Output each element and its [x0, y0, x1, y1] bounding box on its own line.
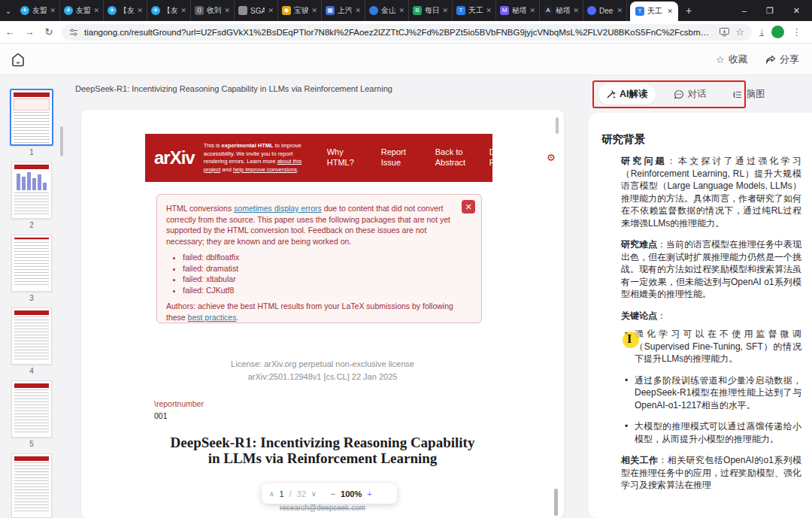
tab-chat[interactable]: 对话 — [666, 84, 714, 105]
thumb-bar — [17, 174, 20, 190]
arxiv-logo[interactable]: arXiv — [154, 147, 195, 168]
thumb-decor — [14, 317, 49, 360]
tab-close-icon[interactable]: ✕ — [573, 7, 579, 14]
forward-button[interactable]: → — [20, 26, 39, 38]
browser-tab[interactable]: ▦上汽✕ — [322, 0, 365, 21]
browser-tab[interactable]: Dee✕ — [583, 0, 627, 21]
downloads-icon[interactable]: ↓ — [759, 28, 764, 36]
browser-tab[interactable]: A秘塔✕ — [540, 0, 583, 21]
tab-ai-interpret[interactable]: AI解读 — [598, 84, 656, 105]
improve-conversions-link[interactable]: help improve conversions — [233, 166, 297, 173]
browser-tab[interactable]: ✈友盟✕ — [17, 0, 60, 21]
report-issue-link[interactable]: Report Issue — [381, 147, 425, 168]
window-minimize-button[interactable]: – — [742, 6, 747, 15]
best-practices-link[interactable]: best practices — [188, 313, 237, 322]
tab-overflow-chevron-icon[interactable]: ⌄ — [0, 7, 17, 15]
thumbnail-scrollbar[interactable] — [60, 126, 63, 156]
tab-close-icon[interactable]: ✕ — [486, 7, 492, 14]
zoom-out-button[interactable]: − — [331, 489, 335, 498]
send-to-device-icon[interactable] — [720, 28, 729, 36]
tab-close-icon[interactable]: ✕ — [529, 7, 535, 14]
tab-close-icon[interactable]: ✕ — [355, 7, 361, 14]
thumb-bar — [27, 172, 31, 190]
thumbnail-page-number: 3 — [11, 294, 52, 302]
browser-tab[interactable]: SGA✕ — [235, 0, 278, 21]
thumb-decor — [14, 310, 49, 315]
share-button[interactable]: 分享 — [765, 53, 799, 66]
browser-menu-icon[interactable]: ⋮ — [792, 26, 801, 38]
zoom-in-button[interactable]: + — [367, 489, 371, 498]
page-thumbnail-3[interactable] — [11, 235, 52, 292]
tab-close-icon[interactable]: ✕ — [50, 7, 56, 14]
active-browser-tab[interactable]: T天工✕ — [630, 2, 678, 21]
page-thumbnail-1[interactable] — [10, 89, 53, 146]
why-html-link[interactable]: Why HTML? — [327, 147, 371, 168]
tab-label: 金山 — [381, 5, 395, 16]
tab-close-icon[interactable]: ✕ — [667, 8, 673, 15]
favorite-label: 收藏 — [729, 53, 748, 66]
url-input[interactable]: tiangong.cn/resultGround?url=U2FsdGVkX1%… — [62, 24, 752, 41]
new-tab-button[interactable]: + — [686, 5, 692, 17]
tab-close-icon[interactable]: ✕ — [398, 7, 404, 14]
thumb-decor — [14, 238, 49, 287]
deepseek-favicon-icon — [587, 6, 596, 15]
thumb-bar — [32, 178, 36, 190]
page-up-icon[interactable]: ∧ — [269, 490, 274, 498]
tab-label: 天工 — [647, 6, 664, 17]
browser-tab[interactable]: M秘塔✕ — [496, 0, 540, 21]
page-thumbnail-4[interactable] — [11, 307, 52, 365]
tab-close-icon[interactable]: ✕ — [137, 7, 143, 14]
tab-close-icon[interactable]: ✕ — [180, 7, 186, 14]
download-pdf-link[interactable]: Download PDF — [489, 147, 533, 168]
browser-tab[interactable]: ✈【友✕ — [147, 0, 191, 21]
tab-label: 秘塔 — [556, 5, 570, 16]
tab-close-icon[interactable]: ✕ — [617, 7, 623, 14]
telegram-favicon-icon: ✈ — [151, 6, 160, 15]
browser-tab[interactable]: ✈【友✕ — [104, 0, 147, 21]
thumb-bar — [22, 177, 26, 190]
browser-tab[interactable]: ⟨⟩收到✕ — [191, 0, 235, 21]
browser-tab[interactable]: T天工✕ — [453, 0, 496, 21]
window-close-button[interactable]: ✕ — [793, 6, 800, 16]
back-to-abstract-link[interactable]: Back to Abstract — [435, 147, 479, 168]
site-settings-tune-icon[interactable] — [69, 28, 78, 37]
browser-tab[interactable]: ✈友盟✕ — [60, 0, 104, 21]
display-errors-link[interactable]: sometimes display errors — [234, 204, 322, 213]
page-down-icon[interactable]: ∨ — [311, 490, 317, 498]
failed-package-item: failed: xltabular — [183, 274, 459, 285]
tab-close-icon[interactable]: ✕ — [224, 7, 230, 14]
page-thumbnail-6[interactable] — [11, 453, 52, 518]
sga-favicon-icon — [238, 6, 247, 15]
pager-toolbar: ∧ 1 / 32 ∨ − 100% + — [262, 483, 397, 504]
page-thumbnail-5[interactable] — [11, 380, 52, 438]
telegram-favicon-icon: ✈ — [20, 6, 29, 15]
warning-close-icon[interactable]: ✕ — [462, 200, 475, 214]
browser-tab[interactable]: B每日✕ — [409, 0, 453, 21]
window-restore-button[interactable]: ❐ — [766, 6, 774, 16]
reload-button[interactable]: ↻ — [39, 26, 59, 38]
back-button[interactable]: ← — [0, 26, 20, 38]
failed-package-item: failed: dramatist — [183, 263, 459, 274]
browser-tab[interactable]: 金山✕ — [365, 0, 409, 21]
tab-mindmap[interactable]: 脑图 — [725, 84, 773, 105]
kingsoft-favicon-icon — [369, 6, 378, 15]
browser-tab-strip: ⌄ ✈友盟✕ ✈友盟✕ ✈【友✕ ✈【友✕ ⟨⟩收到✕ SGA✕ ◆宝骏✕ ▦上… — [0, 0, 812, 21]
tab-close-icon[interactable]: ✕ — [311, 7, 317, 14]
settings-gear-icon[interactable]: ⚙ — [544, 150, 559, 165]
document-scrollbar[interactable] — [556, 117, 559, 134]
profile-avatar[interactable] — [771, 26, 784, 38]
thumbnail-page-number: 2 — [11, 221, 52, 229]
key-points-list: 强化学习可以在不使用监督微调（Supervised Fine-Tuning, S… — [635, 328, 801, 445]
document-scrollbar[interactable] — [554, 489, 558, 516]
failed-package-item: failed: CJKutf8 — [183, 285, 459, 296]
home-icon[interactable] — [9, 50, 27, 68]
bookmark-star-icon[interactable]: ☆ — [735, 26, 744, 38]
browser-tab[interactable]: ◆宝骏✕ — [278, 0, 322, 21]
tab-close-icon[interactable]: ✕ — [93, 7, 99, 14]
page-thumbnail-2[interactable] — [11, 162, 52, 219]
tab-close-icon[interactable]: ✕ — [268, 7, 274, 14]
tab-close-icon[interactable]: ✕ — [442, 7, 448, 14]
tab-label: 收到 — [207, 5, 221, 16]
arxiv-banner: arXiv This is experimental HTML to impro… — [145, 134, 492, 182]
favorite-button[interactable]: ☆ 收藏 — [716, 53, 748, 66]
